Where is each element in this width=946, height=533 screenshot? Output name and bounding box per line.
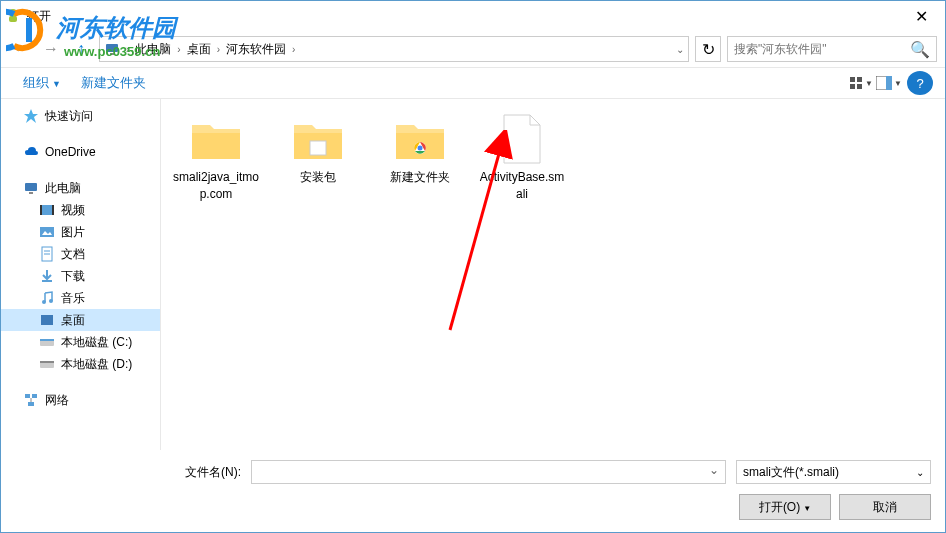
nav-up-button[interactable]: ↑ (69, 37, 93, 61)
breadcrumb-dropdown-icon[interactable]: ⌄ (676, 44, 684, 55)
sidebar-item-diskc[interactable]: 本地磁盘 (C:) (1, 331, 160, 353)
filename-label: 文件名(N): (185, 464, 241, 481)
sidebar-item-onedrive[interactable]: OneDrive (1, 141, 160, 163)
sidebar-item-label: 下载 (61, 268, 85, 285)
sidebar-item-diskd[interactable]: 本地磁盘 (D:) (1, 353, 160, 375)
breadcrumb[interactable]: › 此电脑 › 桌面 › 河东软件园 › ⌄ (99, 36, 689, 62)
disk-icon (39, 334, 55, 350)
sidebar-item-video[interactable]: 视频 (1, 199, 160, 221)
svg-rect-8 (857, 77, 862, 82)
sidebar-item-label: 音乐 (61, 290, 85, 307)
folder-icon (290, 115, 346, 163)
nav-forward-button[interactable]: → (39, 37, 63, 61)
sidebar-item-label: 图片 (61, 224, 85, 241)
desktop-icon (39, 312, 55, 328)
svg-rect-33 (25, 394, 30, 398)
file-label: 安装包 (300, 169, 336, 186)
svg-point-25 (42, 300, 46, 304)
help-button[interactable]: ? (907, 71, 933, 95)
file-item-smali[interactable]: ActivityBase.smali (477, 113, 567, 203)
breadcrumb-crumb[interactable]: 河东软件园 (222, 41, 290, 58)
sidebar-item-quickaccess[interactable]: 快速访问 (1, 105, 160, 127)
nav-back-button[interactable]: ← (9, 37, 33, 61)
sidebar-item-label: 网络 (45, 392, 69, 409)
svg-point-39 (418, 146, 423, 151)
filename-input[interactable] (251, 460, 726, 484)
file-label: 新建文件夹 (390, 169, 450, 186)
preview-icon (876, 76, 892, 90)
svg-point-3 (9, 9, 17, 17)
svg-rect-14 (25, 183, 37, 191)
svg-rect-5 (106, 44, 118, 52)
cancel-button[interactable]: 取消 (839, 494, 931, 520)
svg-rect-19 (40, 227, 54, 237)
view-mode-button[interactable]: ▼ (847, 71, 875, 95)
svg-marker-13 (24, 109, 38, 123)
chevron-icon: › (215, 44, 222, 55)
pc-icon (104, 41, 120, 57)
video-icon (39, 202, 55, 218)
grid-icon (849, 76, 863, 90)
open-button[interactable]: 打开(O)▼ (739, 494, 831, 520)
disk-icon (39, 356, 55, 372)
svg-rect-4 (9, 16, 17, 22)
svg-rect-27 (41, 315, 53, 323)
download-icon (39, 268, 55, 284)
file-item-folder[interactable]: 安装包 (273, 113, 363, 186)
sidebar-item-network[interactable]: 网络 (1, 389, 160, 411)
sidebar-item-label: 此电脑 (45, 180, 81, 197)
breadcrumb-crumb[interactable]: 桌面 (183, 41, 215, 58)
sidebar-item-label: OneDrive (45, 145, 96, 159)
sidebar-item-thispc[interactable]: 此电脑 (1, 177, 160, 199)
file-label: smali2java_itmop.com (171, 169, 261, 203)
star-icon (23, 108, 39, 124)
preview-pane-button[interactable]: ▼ (875, 71, 903, 95)
search-field[interactable] (734, 42, 910, 56)
sidebar-item-desktop[interactable]: 桌面 (1, 309, 160, 331)
sidebar-item-downloads[interactable]: 下载 (1, 265, 160, 287)
svg-rect-34 (32, 394, 37, 398)
svg-rect-7 (850, 77, 855, 82)
folder-icon (188, 115, 244, 163)
cloud-icon (23, 144, 39, 160)
chevron-down-icon: ⌄ (916, 467, 924, 478)
refresh-button[interactable]: ↻ (695, 36, 721, 62)
organize-button[interactable]: 组织▼ (13, 70, 71, 96)
file-label: ActivityBase.smali (477, 169, 567, 203)
search-icon: 🔍 (910, 40, 930, 59)
file-item-folder[interactable]: 新建文件夹 (375, 113, 465, 186)
close-button[interactable]: ✕ (901, 2, 941, 30)
documents-icon (39, 246, 55, 262)
folder-icon (392, 115, 448, 163)
svg-rect-9 (850, 84, 855, 89)
pictures-icon (39, 224, 55, 240)
sidebar-item-pictures[interactable]: 图片 (1, 221, 160, 243)
search-input[interactable]: 🔍 (727, 36, 937, 62)
svg-rect-32 (40, 361, 54, 363)
sidebar-item-documents[interactable]: 文档 (1, 243, 160, 265)
sidebar-item-label: 本地磁盘 (C:) (61, 334, 132, 351)
filetype-filter[interactable]: smali文件(*.smali) ⌄ (736, 460, 931, 484)
file-list: smali2java_itmop.com 安装包 新建文件夹 ActivityB… (161, 99, 945, 450)
chevron-icon: › (175, 44, 182, 55)
file-icon (500, 113, 544, 165)
window-title: 打开 (27, 8, 901, 25)
file-item-folder[interactable]: smali2java_itmop.com (171, 113, 261, 203)
newfolder-button[interactable]: 新建文件夹 (71, 70, 156, 96)
svg-rect-10 (857, 84, 862, 89)
svg-rect-6 (110, 53, 114, 55)
sidebar-item-label: 本地磁盘 (D:) (61, 356, 132, 373)
breadcrumb-crumb[interactable]: 此电脑 (131, 41, 175, 58)
svg-rect-18 (52, 205, 54, 215)
svg-rect-30 (40, 339, 54, 341)
sidebar-item-music[interactable]: 音乐 (1, 287, 160, 309)
sidebar-item-label: 文档 (61, 246, 85, 263)
network-icon (23, 392, 39, 408)
music-icon (39, 290, 55, 306)
svg-rect-37 (310, 141, 326, 155)
svg-rect-12 (886, 76, 892, 90)
sidebar-item-label: 快速访问 (45, 108, 93, 125)
sidebar: 快速访问 OneDrive 此电脑 视频 图片 文档 (1, 99, 161, 450)
pc-icon (23, 180, 39, 196)
svg-rect-16 (40, 205, 54, 215)
